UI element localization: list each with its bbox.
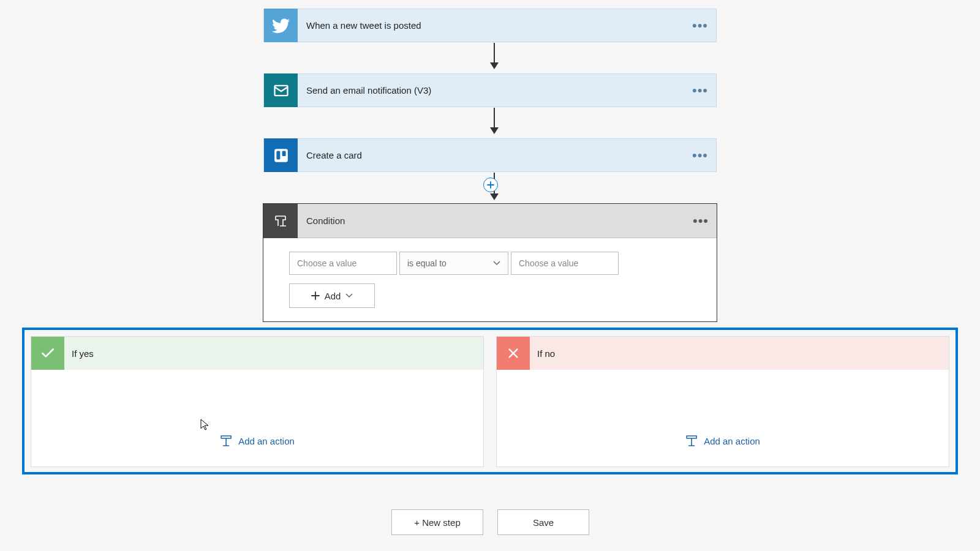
add-action-icon: [220, 435, 232, 447]
condition-menu-icon[interactable]: •••: [688, 209, 713, 233]
branch-yes-header[interactable]: If yes: [31, 337, 483, 370]
new-step-button[interactable]: + New step: [391, 509, 483, 535]
insert-step-button[interactable]: [483, 178, 498, 192]
step-email-menu-icon[interactable]: •••: [688, 78, 712, 103]
branch-no-header[interactable]: If no: [497, 337, 949, 370]
chevron-down-icon: [493, 261, 500, 266]
svg-rect-2: [276, 151, 280, 159]
twitter-icon: [264, 9, 298, 42]
flow-arrow-2: [490, 108, 499, 134]
branch-no-add-action-label: Add an action: [704, 436, 760, 446]
step-create-card[interactable]: Create a card •••: [263, 138, 717, 172]
branch-no-add-action[interactable]: Add an action: [685, 435, 760, 447]
condition-add-label: Add: [325, 291, 341, 301]
condition-title: Condition: [306, 216, 688, 226]
branch-yes-add-action[interactable]: Add an action: [220, 435, 295, 447]
step-twitter-title: When a new tweet is posted: [306, 20, 688, 31]
svg-rect-5: [687, 436, 696, 438]
flow-arrow-1: [490, 43, 499, 69]
close-icon: [497, 337, 530, 370]
chevron-down-icon: [345, 293, 353, 298]
email-icon: [264, 73, 298, 107]
condition-operator-label: is equal to: [407, 258, 447, 268]
step-email-title: Send an email notification (V3): [306, 85, 688, 96]
condition-value-right[interactable]: [511, 252, 619, 275]
condition-add-button[interactable]: Add: [289, 283, 375, 308]
condition-value-left[interactable]: [289, 252, 397, 275]
svg-rect-3: [282, 151, 285, 156]
trello-icon: [264, 138, 298, 172]
step-twitter-trigger[interactable]: When a new tweet is posted •••: [263, 9, 717, 42]
condition-panel: Condition ••• is equal to Add: [263, 203, 717, 322]
step-trello-title: Create a card: [306, 150, 688, 160]
add-action-icon: [685, 435, 698, 447]
save-label: Save: [533, 517, 554, 528]
condition-operator-select[interactable]: is equal to: [399, 252, 508, 275]
svg-rect-1: [274, 149, 288, 162]
plus-icon: [311, 291, 320, 300]
step-trello-menu-icon[interactable]: •••: [688, 143, 712, 168]
save-button[interactable]: Save: [497, 509, 589, 535]
step-email-notification[interactable]: Send an email notification (V3) •••: [263, 73, 717, 107]
condition-header[interactable]: Condition •••: [263, 204, 717, 238]
branch-no-title: If no: [537, 348, 555, 359]
branch-no: If no Add an action: [496, 336, 949, 467]
new-step-label: + New step: [414, 517, 460, 528]
branches-frame: If yes Add an action If no: [22, 328, 958, 474]
branch-yes-title: If yes: [72, 348, 94, 359]
cursor-pointer-icon: [200, 419, 209, 431]
check-icon: [31, 337, 64, 370]
branch-yes-add-action-label: Add an action: [238, 436, 295, 446]
branch-yes: If yes Add an action: [31, 336, 484, 467]
condition-icon: [263, 204, 298, 238]
step-twitter-menu-icon[interactable]: •••: [688, 13, 712, 38]
svg-rect-4: [221, 436, 231, 438]
